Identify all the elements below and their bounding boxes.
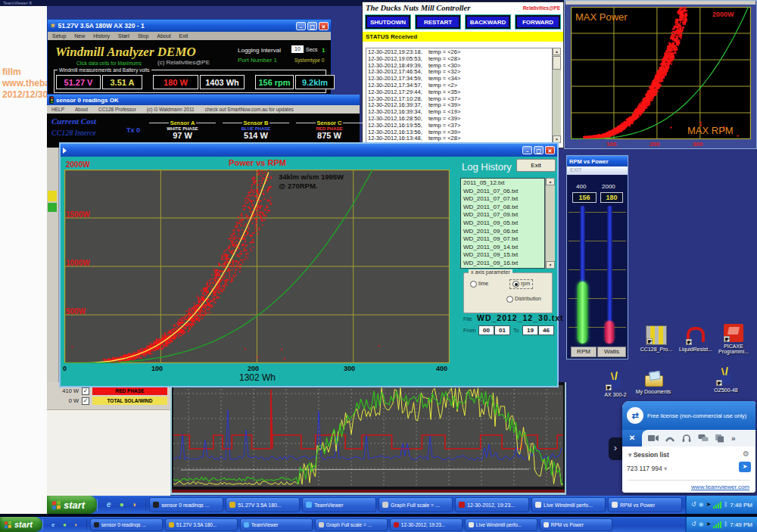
quick-launch-icon[interactable]: ◗ bbox=[72, 521, 80, 529]
file-transfer-icon[interactable] bbox=[715, 434, 725, 443]
log-file-item[interactable]: WD_2011_09_14.txt bbox=[463, 244, 542, 252]
minimize-button[interactable]: – bbox=[296, 22, 306, 30]
scroll-down-icon[interactable]: ▼ bbox=[546, 261, 555, 269]
rpm-cell[interactable]: 156 rpm bbox=[255, 75, 294, 89]
taskbar-task-button[interactable]: 51.27V 3.5A 180... bbox=[165, 518, 238, 531]
menu-item[interactable]: History bbox=[93, 33, 110, 39]
close-button[interactable]: ✕ bbox=[319, 22, 329, 30]
log-file-item[interactable]: WD_2011_09_05.txt bbox=[463, 219, 542, 228]
rpm-window-titlebar[interactable]: RPM vs Power bbox=[567, 156, 628, 166]
log-file-item[interactable]: WD_2011_07_08.txt bbox=[463, 204, 542, 212]
to-hour-input[interactable]: 19 bbox=[522, 325, 538, 335]
cursor-tray-icon[interactable]: ➤ bbox=[706, 502, 712, 508]
video-call-icon[interactable] bbox=[648, 434, 659, 443]
teamviewer-tray-icon[interactable]: ◉ bbox=[699, 521, 704, 527]
quick-launch-icon[interactable]: ● bbox=[61, 521, 69, 529]
log-file-item[interactable]: WD_2011_07_06.txt bbox=[463, 188, 542, 196]
taskbar-task-button[interactable]: sensor 0 readings ... bbox=[90, 518, 163, 531]
menu-item[interactable]: About bbox=[157, 33, 170, 39]
desktop-icon-my-documents[interactable]: My Documents bbox=[630, 369, 677, 394]
bluetooth-icon[interactable]: ᛒ bbox=[724, 502, 727, 508]
hide-icons-icon[interactable]: ↺ bbox=[691, 502, 696, 508]
logging-interval-input[interactable]: 10 bbox=[291, 45, 304, 53]
scroll-thumb[interactable] bbox=[553, 56, 561, 70]
more-tools-icon[interactable]: » bbox=[731, 434, 736, 443]
scroll-up-icon[interactable]: ▲ bbox=[553, 48, 561, 55]
exit-menu-item[interactable]: EXIT bbox=[570, 167, 582, 173]
minimize-button[interactable]: – bbox=[522, 146, 532, 154]
menu-item[interactable]: About bbox=[75, 107, 88, 112]
menu-item[interactable]: Setup bbox=[52, 33, 66, 39]
teamviewer-tray-icon[interactable]: ◉ bbox=[699, 502, 704, 508]
menu-item[interactable]: HELP bbox=[51, 107, 64, 112]
taskbar-task-button[interactable]: Live Windmill perfo... bbox=[531, 497, 606, 512]
log-file-item[interactable]: WD_2011_09_16.txt bbox=[463, 260, 542, 268]
log-history-list[interactable]: 2011_05_12.txtWD_2011_07_06.txtWD_2011_0… bbox=[460, 178, 545, 269]
watts-cell[interactable]: 180 W bbox=[153, 75, 198, 89]
volts-cell[interactable]: 51.27 V bbox=[56, 75, 101, 89]
to-min-input[interactable]: 46 bbox=[538, 325, 554, 335]
network-signal-icon[interactable] bbox=[713, 521, 721, 528]
taskbar-task-button[interactable]: Graph Full scale = ... bbox=[378, 497, 453, 512]
taskbar-task-button[interactable]: sensor 0 readings ... bbox=[149, 497, 223, 512]
mill-command-button[interactable]: FORWARD bbox=[516, 15, 560, 29]
taskbar-task-button[interactable]: 12-30-2012, 19:23... bbox=[455, 497, 529, 512]
log-file-item[interactable]: 2011_05_12.txt bbox=[463, 179, 542, 188]
menu-item[interactable]: New bbox=[74, 33, 85, 39]
legend-checkbox[interactable]: ✓ bbox=[82, 397, 89, 405]
menu-item[interactable]: (c) G Waldmann 2011 bbox=[147, 107, 195, 112]
radio-time[interactable]: time bbox=[470, 281, 488, 288]
desktop-icon-oz500[interactable]: ◤ OZ500-48 bbox=[702, 368, 749, 393]
teamviewer-flap[interactable]: › bbox=[609, 437, 622, 460]
maximize-button[interactable]: ▢ bbox=[534, 146, 544, 154]
analyzer-titlebar[interactable]: ✶ 51.27V 3.5A 180W AX 320 - 1 – ▢ ✕ bbox=[48, 20, 331, 32]
session-id[interactable]: 723 117 994 ▾ bbox=[627, 465, 667, 472]
close-button[interactable]: ✕ bbox=[545, 146, 555, 154]
taskbar-task-button[interactable]: 12-30-2012, 19:23... bbox=[390, 518, 463, 531]
taskbar-task-button[interactable]: Live Windmill perfo... bbox=[465, 518, 537, 531]
close-panel-button[interactable]: ✕ bbox=[622, 430, 642, 446]
settings-gear-icon[interactable]: ⚙ bbox=[743, 450, 749, 458]
menu-item[interactable]: CC128 Professor bbox=[98, 107, 136, 112]
headset-icon[interactable] bbox=[681, 434, 692, 443]
mill-command-button[interactable]: BACKWARD bbox=[466, 15, 510, 29]
taskbar-task-button[interactable]: 51.27V 3.5A 180... bbox=[226, 497, 300, 512]
legend-bar[interactable]: TOTAL SOLA/WIND bbox=[92, 397, 167, 405]
cursor-tray-icon[interactable]: ➤ bbox=[706, 521, 712, 527]
chat-icon[interactable] bbox=[698, 434, 709, 443]
legend-bar[interactable]: RED PHASE bbox=[92, 387, 167, 395]
maximize-button[interactable]: ▢ bbox=[307, 22, 317, 30]
session-list-expander[interactable]: ▾ Session list bbox=[628, 451, 669, 459]
klm-cell[interactable]: 9.2klm bbox=[295, 75, 335, 89]
log-file-item[interactable]: WD_2011_07_09.txt bbox=[463, 211, 542, 219]
mill-log-list[interactable]: 12-30-2012,19:23:18, temp = <26> 12-30-2… bbox=[366, 48, 553, 143]
file-value[interactable]: WD_2012_12_30.txt bbox=[477, 313, 563, 322]
radio-rpm[interactable]: rpm bbox=[509, 279, 533, 289]
exit-button[interactable]: Exit bbox=[516, 159, 556, 172]
radio-distribution[interactable]: Distribution bbox=[506, 296, 541, 303]
mill-command-button[interactable]: SHUTDOWN bbox=[366, 15, 410, 29]
quick-launch-icon[interactable]: e bbox=[104, 499, 114, 509]
menu-item[interactable]: check out SmartNow.com.au for updates bbox=[205, 107, 294, 112]
taskbar-task-button[interactable]: Graph Full scale = ... bbox=[315, 518, 388, 531]
taskbar-task-button[interactable]: RPM vs Power bbox=[608, 497, 682, 512]
bluetooth-icon[interactable]: ᛒ bbox=[724, 521, 727, 527]
quick-launch-icon[interactable]: e bbox=[49, 521, 58, 529]
log-file-item[interactable]: WD_2011_09_15.txt bbox=[463, 251, 542, 260]
log-history-scrollbar[interactable]: ▲ ▼ bbox=[545, 178, 555, 269]
mill-log-row[interactable]: 12-30-2012,16:13:48, temp = <28> bbox=[368, 135, 551, 142]
phone-icon[interactable] bbox=[665, 434, 675, 443]
taskbar-task-button[interactable]: TeamViewer bbox=[302, 497, 376, 512]
taskbar-task-button[interactable]: RPM vs Power bbox=[540, 518, 612, 531]
quick-launch-icon[interactable]: ◗ bbox=[129, 499, 139, 509]
watthours-cell[interactable]: 1403 Wh bbox=[200, 75, 245, 89]
log-file-item[interactable]: WD_2011_09_06.txt bbox=[463, 228, 542, 236]
log-file-item[interactable]: WD_2011_07_07.txt bbox=[463, 195, 542, 204]
amps-cell[interactable]: 3.51 A bbox=[102, 75, 142, 89]
start-button[interactable]: start bbox=[47, 496, 97, 514]
sensor-titlebar[interactable]: sensor 0 readings OK bbox=[47, 95, 360, 105]
from-min-input[interactable]: 01 bbox=[494, 325, 510, 335]
start-button[interactable]: start bbox=[0, 517, 42, 532]
legend-checkbox[interactable]: ✓ bbox=[82, 387, 89, 395]
main-titlebar[interactable]: – ▢ ✕ bbox=[61, 144, 557, 157]
